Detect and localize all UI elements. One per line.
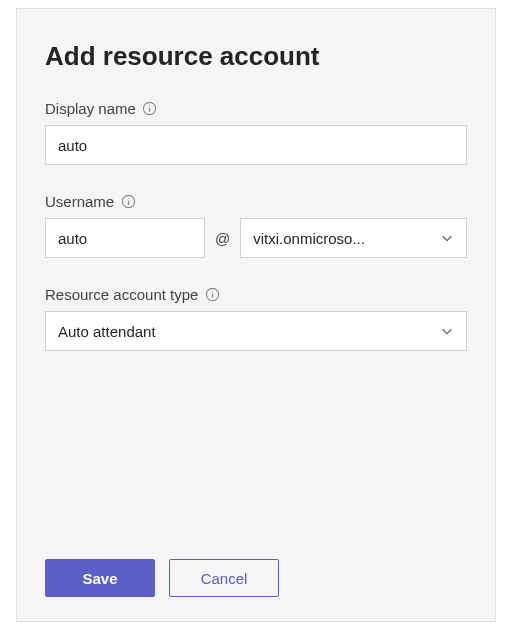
- username-label-row: Username: [45, 193, 467, 210]
- account-type-value: Auto attendant: [58, 323, 156, 340]
- username-group: Username @ vitxi.onmicroso...: [45, 193, 467, 258]
- chevron-down-icon: [440, 231, 454, 245]
- svg-point-8: [212, 291, 213, 292]
- username-label: Username: [45, 193, 114, 210]
- info-icon[interactable]: [120, 194, 136, 210]
- panel-title: Add resource account: [45, 41, 467, 72]
- account-type-select[interactable]: Auto attendant: [45, 311, 467, 351]
- display-name-group: Display name: [45, 100, 467, 165]
- account-type-label: Resource account type: [45, 286, 198, 303]
- username-row: @ vitxi.onmicroso...: [45, 218, 467, 258]
- account-type-group: Resource account type Auto attendant: [45, 286, 467, 351]
- svg-point-5: [128, 198, 129, 199]
- save-button[interactable]: Save: [45, 559, 155, 597]
- info-icon[interactable]: [142, 101, 158, 117]
- display-name-label-row: Display name: [45, 100, 467, 117]
- svg-point-2: [149, 105, 150, 106]
- cancel-button[interactable]: Cancel: [169, 559, 279, 597]
- display-name-label: Display name: [45, 100, 136, 117]
- at-symbol: @: [215, 230, 230, 247]
- domain-select[interactable]: vitxi.onmicroso...: [240, 218, 467, 258]
- account-type-label-row: Resource account type: [45, 286, 467, 303]
- info-icon[interactable]: [204, 287, 220, 303]
- add-resource-account-panel: Add resource account Display name Userna…: [16, 8, 496, 622]
- display-name-input[interactable]: [45, 125, 467, 165]
- username-input[interactable]: [45, 218, 205, 258]
- chevron-down-icon: [440, 324, 454, 338]
- domain-value: vitxi.onmicroso...: [253, 230, 432, 247]
- footer-buttons: Save Cancel: [45, 559, 279, 597]
